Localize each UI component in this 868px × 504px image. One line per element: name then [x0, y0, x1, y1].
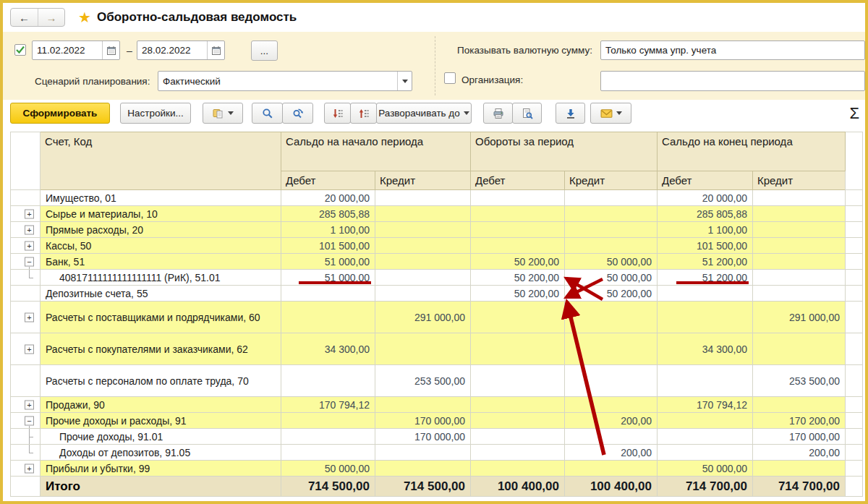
- amount-cell[interactable]: 253 500,00: [753, 365, 846, 397]
- expand-row-icon[interactable]: +: [25, 225, 34, 234]
- amount-cell[interactable]: 20 000,00: [281, 190, 375, 206]
- amount-cell[interactable]: [281, 286, 375, 302]
- autosum-indicator[interactable]: Σ: [849, 104, 859, 123]
- date-from-field[interactable]: 11.02.2022: [32, 40, 120, 60]
- amount-cell[interactable]: 170 200,00: [753, 413, 846, 429]
- send-email-button[interactable]: [590, 103, 631, 124]
- amount-cell[interactable]: [471, 413, 565, 429]
- amount-cell[interactable]: [658, 302, 753, 333]
- amount-cell[interactable]: 50 200,00: [471, 270, 565, 286]
- amount-cell[interactable]: [375, 270, 471, 286]
- amount-cell[interactable]: [753, 286, 846, 302]
- generate-button[interactable]: Сформировать: [10, 103, 110, 124]
- amount-cell[interactable]: [565, 397, 658, 413]
- account-cell[interactable]: Продажи, 90: [41, 397, 281, 413]
- account-cell[interactable]: Доходы от депозитов, 91.05: [41, 445, 281, 461]
- amount-cell[interactable]: 1 100,00: [281, 222, 375, 238]
- search-button[interactable]: [252, 103, 283, 124]
- account-cell[interactable]: Расчеты с персоналом по оплате труда, 70: [41, 365, 281, 397]
- amount-cell[interactable]: [565, 429, 658, 445]
- amount-cell[interactable]: [471, 429, 565, 445]
- amount-cell[interactable]: [375, 333, 471, 365]
- account-cell[interactable]: 40817111111111111111 (РиК), 51.01: [41, 270, 281, 286]
- amount-cell[interactable]: [375, 445, 471, 461]
- calendar-icon[interactable]: [207, 41, 224, 59]
- collapse-row-icon[interactable]: −: [25, 416, 34, 425]
- collapse-row-icon[interactable]: −: [25, 257, 34, 266]
- account-cell[interactable]: Прочие доходы и расходы, 91: [41, 413, 281, 429]
- forward-button[interactable]: →: [38, 9, 64, 26]
- amount-cell[interactable]: 170 794,12: [281, 397, 375, 413]
- amount-cell[interactable]: 50 200,00: [471, 286, 565, 302]
- expand-row-icon[interactable]: +: [25, 400, 34, 409]
- amount-cell[interactable]: [375, 254, 471, 270]
- amount-cell[interactable]: [471, 445, 565, 461]
- amount-cell[interactable]: [565, 365, 658, 397]
- amount-cell[interactable]: 1 100,00: [658, 222, 753, 238]
- favorite-star-icon[interactable]: ★: [78, 9, 91, 26]
- amount-cell[interactable]: [471, 397, 565, 413]
- amount-cell[interactable]: 170 000,00: [753, 429, 846, 445]
- date-to-field[interactable]: 28.02.2022: [137, 40, 225, 60]
- expand-row-icon[interactable]: +: [25, 464, 34, 473]
- amount-cell[interactable]: 34 300,00: [281, 333, 375, 365]
- amount-cell[interactable]: [658, 429, 753, 445]
- amount-cell[interactable]: [753, 238, 846, 254]
- amount-cell[interactable]: 200,00: [565, 413, 658, 429]
- chevron-down-icon[interactable]: [397, 72, 412, 90]
- amount-cell[interactable]: 50 200,00: [565, 286, 658, 302]
- account-cell[interactable]: Кассы, 50: [41, 238, 281, 254]
- amount-cell[interactable]: [658, 445, 753, 461]
- amount-cell[interactable]: 291 000,00: [375, 302, 471, 333]
- amount-cell[interactable]: 51 000,00: [281, 270, 375, 286]
- amount-cell[interactable]: 285 805,88: [658, 206, 753, 222]
- amount-cell[interactable]: [565, 461, 658, 477]
- amount-cell[interactable]: 285 805,88: [281, 206, 375, 222]
- account-cell[interactable]: Расчеты с поставщиками и подрядчиками, 6…: [41, 302, 281, 333]
- expand-row-icon[interactable]: +: [25, 344, 34, 354]
- period-more-button[interactable]: ...: [251, 40, 278, 61]
- amount-cell[interactable]: [471, 222, 565, 238]
- amount-cell[interactable]: [565, 333, 658, 365]
- account-cell[interactable]: Прибыли и убытки, 99: [41, 461, 281, 477]
- back-button[interactable]: ←: [11, 9, 38, 26]
- amount-cell[interactable]: 100 400,00: [565, 477, 658, 497]
- amount-cell[interactable]: [375, 222, 471, 238]
- amount-cell[interactable]: [658, 286, 753, 302]
- amount-cell[interactable]: 714 700,00: [658, 477, 753, 497]
- amount-cell[interactable]: [281, 365, 375, 397]
- expand-to-button[interactable]: Разворачивать до: [376, 103, 472, 124]
- currency-combobox[interactable]: Только сумма упр. учета: [600, 40, 865, 60]
- amount-cell[interactable]: [281, 302, 375, 333]
- settings-button[interactable]: Настройки...: [120, 103, 191, 124]
- print-preview-button[interactable]: [512, 103, 542, 124]
- period-checkbox[interactable]: [14, 44, 26, 56]
- amount-cell[interactable]: 714 500,00: [375, 477, 471, 497]
- amount-cell[interactable]: [753, 222, 846, 238]
- amount-cell[interactable]: 101 500,00: [281, 238, 375, 254]
- amount-cell[interactable]: [375, 461, 471, 477]
- amount-cell[interactable]: [753, 254, 846, 270]
- amount-cell[interactable]: 51 200,00: [658, 270, 753, 286]
- collapse-all-button[interactable]: [350, 103, 377, 124]
- expand-row-icon[interactable]: +: [25, 209, 34, 218]
- amount-cell[interactable]: 100 400,00: [471, 477, 565, 497]
- organization-checkbox[interactable]: [444, 72, 456, 84]
- account-cell[interactable]: Итого: [41, 477, 281, 497]
- amount-cell[interactable]: 170 000,00: [375, 413, 471, 429]
- amount-cell[interactable]: [471, 190, 565, 206]
- expand-row-icon[interactable]: +: [25, 312, 34, 322]
- amount-cell[interactable]: 101 500,00: [658, 238, 753, 254]
- amount-cell[interactable]: [375, 286, 471, 302]
- cancel-search-button[interactable]: [282, 103, 313, 124]
- amount-cell[interactable]: [658, 413, 753, 429]
- amount-cell[interactable]: 51 200,00: [658, 254, 753, 270]
- scenario-combobox[interactable]: Фактический: [158, 71, 412, 91]
- amount-cell[interactable]: [753, 206, 846, 222]
- amount-cell[interactable]: 170 794,12: [658, 397, 753, 413]
- amount-cell[interactable]: [753, 397, 846, 413]
- amount-cell[interactable]: 714 700,00: [753, 477, 846, 497]
- amount-cell[interactable]: [565, 302, 658, 333]
- save-button[interactable]: [556, 103, 585, 124]
- account-cell[interactable]: Банк, 51: [41, 254, 281, 270]
